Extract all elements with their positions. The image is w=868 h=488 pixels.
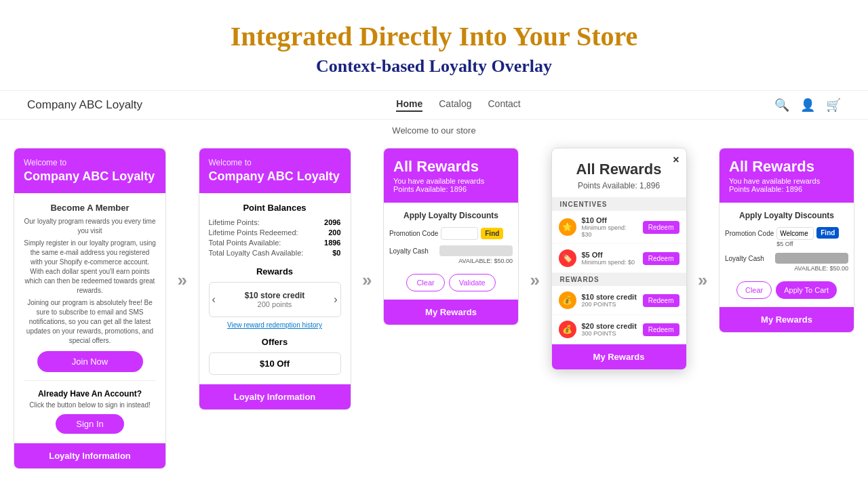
arrow3: » <box>526 148 545 291</box>
lifetime-points-label: Lifetime Points: <box>209 218 260 226</box>
cash-row: Loyalty Cash AVAILABLE: $50.00 <box>389 245 513 264</box>
panel5-body: Apply Loyalty Discounts Promotion Code $… <box>719 203 854 307</box>
become-member-title: Become A Member <box>24 203 156 213</box>
modal-close-button[interactable]: × <box>673 154 679 166</box>
arrow3-icon: » <box>530 270 540 291</box>
join-now-button[interactable]: Join Now <box>37 351 143 372</box>
total-points-label: Total Points Available: <box>209 239 281 247</box>
offers-section: Offers $10 Off <box>209 337 341 375</box>
panel2-company: Company ABC Loyalty <box>209 169 341 184</box>
lifetime-points-value: 2096 <box>324 218 340 226</box>
account-title: Already Have An Account? <box>24 389 156 399</box>
panel5-points: Points Available: 1896 <box>729 185 844 193</box>
panel2-header: Welcome to Company ABC Loyalty <box>199 148 351 193</box>
panel2-welcome: Welcome to <box>209 158 341 167</box>
incentive2-icon: 🏷️ <box>559 249 576 267</box>
panel4-modal-wrapper: × All Rewards Points Available: 1,896 IN… <box>551 148 687 370</box>
rewards-carousel-section: Rewards ‹ $10 store credit 200 points › … <box>209 266 341 329</box>
form-actions: Clear Validate <box>389 274 513 291</box>
panel5-find-button[interactable]: Find <box>816 227 839 239</box>
panel5-clear-button[interactable]: Clear <box>736 281 772 299</box>
panel5-actions: Clear Apply To Cart <box>725 281 848 299</box>
incentive1-redeem-button[interactable]: Redeem <box>643 221 679 234</box>
panel5-footer[interactable]: My Rewards <box>719 307 854 332</box>
rewards-label: REWARDS <box>552 273 686 286</box>
lifetime-redeemed-row: Lifetime Points Redeemed: 200 <box>209 228 341 237</box>
incentive1-title: $10 Off <box>582 216 637 224</box>
page-title-sub: Context-based Loyalty Overlay <box>14 56 854 77</box>
reward2-sub: 300 POINTS <box>582 330 637 337</box>
panel2-body: Point Balances Lifetime Points: 2096 Lif… <box>199 193 351 384</box>
panel4-modal: × All Rewards Points Available: 1,896 IN… <box>551 148 687 370</box>
panel5-promo-label: Promotion Code <box>725 230 774 237</box>
panel5-form-title: Apply Loyalty Discounts <box>725 211 848 220</box>
reward-carousel: ‹ $10 store credit 200 points › <box>209 282 341 317</box>
panel3-form-title: Apply Loyalty Discounts <box>389 211 513 220</box>
panel3-points: Points Available: 1896 <box>393 185 509 193</box>
arrow1-icon: » <box>178 270 187 291</box>
search-icon[interactable]: 🔍 <box>774 98 789 113</box>
find-button[interactable]: Find <box>481 228 503 239</box>
cart-icon[interactable]: 🛒 <box>826 98 841 113</box>
apply-cart-button[interactable]: Apply To Cart <box>776 281 837 299</box>
panel2-card: Welcome to Company ABC Loyalty Point Bal… <box>199 148 351 410</box>
promo-label: Promotion Code <box>389 230 438 237</box>
validate-button[interactable]: Validate <box>449 274 496 291</box>
incentive1-info: $10 Off Minimum spend: $30 <box>582 216 637 238</box>
nav-link-contact[interactable]: Contact <box>488 98 521 112</box>
panel5-promo-sub: $5 Off <box>776 241 814 247</box>
total-cash-label: Total Loyalty Cash Available: <box>209 249 304 257</box>
clear-button[interactable]: Clear <box>406 274 444 291</box>
panel5-promo-input[interactable] <box>776 227 814 240</box>
incentive2-redeem-button[interactable]: Redeem <box>643 252 679 265</box>
panel5-cash-label: Loyalty Cash <box>725 255 772 262</box>
reward1-redeem-button[interactable]: Redeem <box>643 294 679 307</box>
lifetime-redeemed-label: Lifetime Points Redeemed: <box>209 228 298 237</box>
reward2-icon: 💰 <box>559 321 576 338</box>
reward1-sub: 200 POINTS <box>582 301 637 308</box>
store-navbar: Company ABC Loyalty Home Catalog Contact… <box>0 90 868 120</box>
panel1-footer[interactable]: Loyalty Information <box>14 443 165 468</box>
sign-in-button[interactable]: Sign In <box>56 414 123 434</box>
incentive2-item: 🏷️ $5 Off Minimum spend: $0 Redeem <box>552 244 686 273</box>
panel3-footer[interactable]: My Rewards <box>384 300 518 325</box>
promo-row: Promotion Code Find <box>389 227 513 240</box>
incentive1-sub: Minimum spend: $30 <box>582 224 637 238</box>
nav-link-home[interactable]: Home <box>396 98 422 112</box>
panel5-cash-bar[interactable] <box>775 253 848 264</box>
reward2-title: $20 store credit <box>582 322 637 330</box>
account-sub: Click the button below to sign in instea… <box>24 401 156 409</box>
modal-footer[interactable]: My Rewards <box>552 344 686 369</box>
reward1-info: $10 store credit 200 POINTS <box>582 293 637 308</box>
balance-title: Point Balances <box>209 203 341 213</box>
cash-available: AVAILABLE: $50.00 <box>389 258 513 264</box>
incentive1-icon: ⭐ <box>559 218 576 236</box>
reward-item-title: $10 store credit <box>226 291 324 300</box>
lifetime-points-row: Lifetime Points: 2096 <box>209 218 341 226</box>
become-member-text: Our loyalty program rewards you every ti… <box>24 217 156 236</box>
view-history-link[interactable]: View reward redemption history <box>209 321 341 329</box>
offer-item: $10 Off <box>209 352 341 375</box>
reward2-redeem-button[interactable]: Redeem <box>643 323 679 336</box>
reward2-item: 💰 $20 store credit 300 POINTS Redeem <box>552 315 686 344</box>
store-welcome: Welcome to our store <box>0 120 868 138</box>
lifetime-redeemed-value: 200 <box>328 228 340 237</box>
modal-header: × All Rewards Points Available: 1,896 <box>552 148 686 198</box>
panel3-title: All Rewards <box>393 158 509 176</box>
panel5-cash-row: Loyalty Cash AVAILABLE: $50.00 <box>725 253 848 272</box>
panel2-footer[interactable]: Loyalty Information <box>199 384 351 409</box>
reward-item-points: 200 points <box>226 300 324 308</box>
carousel-right-button[interactable]: › <box>334 293 337 306</box>
modal-title: All Rewards <box>563 161 675 178</box>
panel1-welcome: Welcome to <box>24 158 156 167</box>
store-nav-links: Home Catalog Contact <box>396 98 520 112</box>
incentive1-item: ⭐ $10 Off Minimum spend: $30 Redeem <box>552 211 686 244</box>
account-icon[interactable]: 👤 <box>800 98 815 113</box>
carousel-left-button[interactable]: ‹ <box>212 293 216 306</box>
nav-link-catalog[interactable]: Catalog <box>439 98 471 112</box>
promo-input[interactable] <box>441 227 478 240</box>
arrow2-icon: » <box>362 270 372 291</box>
page-header: Integrated Directly Into Your Store Cont… <box>0 0 868 83</box>
arrow4: » <box>694 148 713 291</box>
cash-slider-bar[interactable] <box>439 245 513 256</box>
